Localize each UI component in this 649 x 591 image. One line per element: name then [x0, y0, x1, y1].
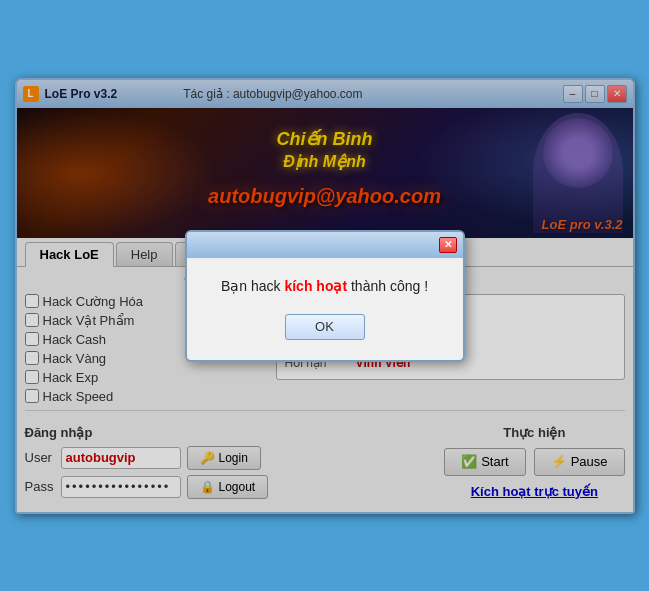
dialog-ok-button[interactable]: OK	[285, 314, 365, 340]
dialog-box: ✕ Bạn hack kích hoạt thành công ! OK	[185, 230, 465, 362]
dialog-titlebar: ✕	[187, 232, 463, 258]
dialog-close-button[interactable]: ✕	[439, 237, 457, 253]
dialog-message-pre: Bạn hack	[221, 278, 284, 294]
main-window: L LoE Pro v3.2 Tác giả : autobugvip@yaho…	[15, 78, 635, 514]
dialog-message-post: thành công !	[347, 278, 428, 294]
dialog-message: Bạn hack kích hoạt thành công !	[203, 278, 447, 294]
dialog-overlay: ✕ Bạn hack kích hoạt thành công ! OK	[17, 80, 633, 512]
dialog-body: Bạn hack kích hoạt thành công ! OK	[187, 258, 463, 360]
dialog-message-highlight: kích hoạt	[284, 278, 347, 294]
